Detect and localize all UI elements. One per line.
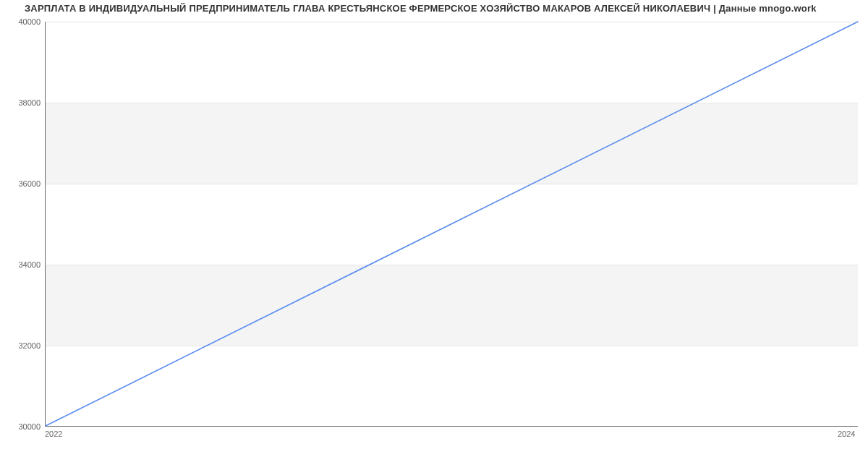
y-tick-label: 32000 xyxy=(4,341,41,350)
x-tick-label: 2022 xyxy=(45,430,62,438)
y-tick-label: 30000 xyxy=(4,422,41,431)
y-tick-label: 34000 xyxy=(4,260,41,269)
series-polyline xyxy=(46,22,858,426)
chart-title: ЗАРПЛАТА В ИНДИВИДУАЛЬНЫЙ ПРЕДПРИНИМАТЕЛ… xyxy=(25,3,817,14)
x-tick-label: 2024 xyxy=(838,430,855,438)
salary-line-chart: ЗАРПЛАТА В ИНДИВИДУАЛЬНЫЙ ПРЕДПРИНИМАТЕЛ… xyxy=(0,0,868,470)
y-tick-label: 40000 xyxy=(4,17,41,26)
plot-area xyxy=(45,22,858,427)
line-series xyxy=(46,22,858,426)
y-tick-label: 38000 xyxy=(4,98,41,107)
y-tick-label: 36000 xyxy=(4,179,41,188)
